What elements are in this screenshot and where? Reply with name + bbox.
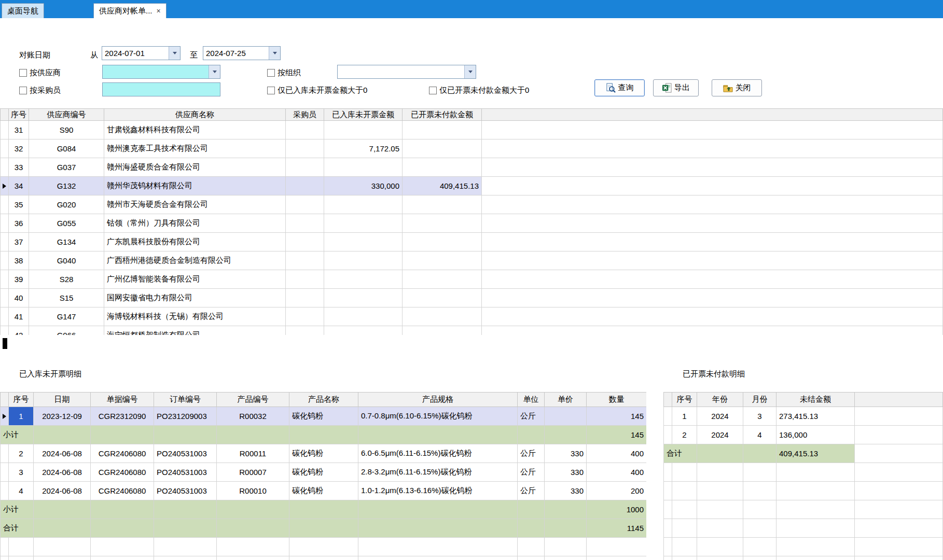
- org-select[interactable]: [337, 65, 476, 79]
- close-button[interactable]: 关闭: [712, 79, 762, 96]
- cell[interactable]: [672, 482, 697, 500]
- cell[interactable]: 2023-12-09: [34, 407, 91, 426]
- cell[interactable]: [776, 482, 855, 500]
- empty-row[interactable]: [664, 519, 943, 538]
- cell[interactable]: 34: [9, 177, 29, 195]
- cell[interactable]: S28: [29, 270, 104, 289]
- cell[interactable]: [324, 121, 403, 139]
- empty-row[interactable]: [664, 482, 943, 500]
- cell[interactable]: 广州亿博智能装备有限公司: [104, 270, 286, 289]
- cell[interactable]: [286, 326, 324, 335]
- row-marker[interactable]: [1, 556, 9, 560]
- cell[interactable]: 4: [9, 482, 34, 500]
- row-marker[interactable]: [1, 289, 9, 307]
- cell[interactable]: 145: [587, 407, 647, 426]
- cell[interactable]: 2024-06-08: [34, 482, 91, 500]
- column-header[interactable]: 未结金额: [776, 393, 855, 407]
- data-row[interactable]: 41G147海博锐材料科技（无锡）有限公司: [1, 307, 943, 326]
- cell[interactable]: [289, 538, 358, 556]
- cell[interactable]: [587, 556, 647, 560]
- data-row[interactable]: 32024-06-08CGR2406080PO240531003R00007碳化…: [1, 463, 647, 482]
- cell[interactable]: G132: [29, 177, 104, 195]
- cell[interactable]: [403, 214, 482, 233]
- cell[interactable]: [286, 177, 324, 195]
- cell[interactable]: 2024: [697, 407, 743, 426]
- column-header[interactable]: 产品名称: [289, 393, 358, 407]
- cell[interactable]: [672, 500, 697, 519]
- cell[interactable]: [403, 233, 482, 251]
- column-header[interactable]: 订单编号: [154, 393, 217, 407]
- checkbox-box[interactable]: [429, 87, 437, 94]
- row-marker[interactable]: [664, 556, 672, 560]
- cell[interactable]: [776, 519, 855, 538]
- cell[interactable]: G134: [29, 233, 104, 251]
- query-button[interactable]: 查询: [594, 79, 645, 96]
- cell[interactable]: [403, 158, 482, 177]
- cell[interactable]: 330: [545, 444, 587, 463]
- cell[interactable]: [286, 289, 324, 307]
- cell[interactable]: [286, 214, 324, 233]
- empty-row[interactable]: [1, 538, 647, 556]
- cell[interactable]: 2.8-3.2μm(6.11-6.15%)碳化钨粉: [358, 463, 518, 482]
- cell[interactable]: [776, 538, 855, 556]
- cell[interactable]: [672, 519, 697, 538]
- cell[interactable]: 38: [9, 251, 29, 270]
- cell[interactable]: G037: [29, 158, 104, 177]
- cell[interactable]: 330: [545, 482, 587, 500]
- cell[interactable]: 3: [743, 407, 776, 426]
- by-org-checkbox[interactable]: 按组织: [267, 68, 301, 77]
- cell[interactable]: G040: [29, 251, 104, 270]
- column-header[interactable]: 序号: [9, 393, 34, 407]
- cell[interactable]: R00032: [217, 407, 289, 426]
- row-marker[interactable]: [1, 326, 9, 335]
- cell[interactable]: PO240531003: [154, 444, 217, 463]
- cell[interactable]: [217, 556, 289, 560]
- only-received-not-invoiced-checkbox[interactable]: 仅已入库未开票金额大于0: [267, 86, 367, 95]
- data-row[interactable]: 34G132赣州华茂钨材料有限公司330,000409,415.13: [1, 177, 943, 195]
- row-marker[interactable]: [1, 482, 9, 500]
- cell[interactable]: 广东凯晨科技股份有限公司: [104, 233, 286, 251]
- cell[interactable]: [403, 251, 482, 270]
- empty-row[interactable]: [664, 463, 943, 482]
- cell[interactable]: [403, 289, 482, 307]
- total-row[interactable]: 合计409,415.13: [664, 444, 943, 463]
- data-row[interactable]: 32G084赣州澳克泰工具技术有限公司7,172.05: [1, 139, 943, 158]
- cell[interactable]: G020: [29, 195, 104, 214]
- from-date-dropdown-button[interactable]: [169, 47, 180, 60]
- column-header[interactable]: 已入库未开票金额: [324, 109, 403, 121]
- cell[interactable]: 40: [9, 289, 29, 307]
- export-button[interactable]: 导出: [653, 79, 699, 96]
- cell[interactable]: 国网安徽省电力有限公司: [104, 289, 286, 307]
- cell[interactable]: [672, 556, 697, 560]
- cell[interactable]: [324, 233, 403, 251]
- data-row[interactable]: 38G040广西梧州港德硬质合金制造有限公司: [1, 251, 943, 270]
- cell[interactable]: 200: [587, 482, 647, 500]
- cell[interactable]: 公斤: [518, 482, 545, 500]
- row-marker[interactable]: [1, 270, 9, 289]
- column-header[interactable]: 单价: [545, 393, 587, 407]
- cell[interactable]: [286, 195, 324, 214]
- from-date-select[interactable]: 2024-07-01: [102, 46, 181, 60]
- by-supplier-checkbox[interactable]: 按供应商: [19, 68, 61, 77]
- column-header[interactable]: 序号: [672, 393, 697, 407]
- cell[interactable]: [697, 482, 743, 500]
- cell[interactable]: 碳化钨粉: [289, 407, 358, 426]
- subtotal-row[interactable]: 小计145: [1, 426, 647, 444]
- cell[interactable]: 330,000: [324, 177, 403, 195]
- cell[interactable]: [743, 500, 776, 519]
- cell[interactable]: [324, 214, 403, 233]
- cell[interactable]: [324, 307, 403, 326]
- cell[interactable]: [358, 556, 518, 560]
- cell[interactable]: [518, 538, 545, 556]
- cell[interactable]: 赣州市天海硬质合金有限公司: [104, 195, 286, 214]
- checkbox-box[interactable]: [267, 69, 275, 77]
- subtotal-row[interactable]: 小计1000: [1, 500, 647, 519]
- cell[interactable]: [286, 121, 324, 139]
- cell[interactable]: [34, 538, 91, 556]
- cell[interactable]: 2024-06-08: [34, 444, 91, 463]
- cell[interactable]: 公斤: [518, 444, 545, 463]
- data-row[interactable]: 120243273,415.13: [664, 407, 943, 426]
- data-row[interactable]: 220244136,000: [664, 426, 943, 444]
- cell[interactable]: 2: [9, 444, 34, 463]
- cell[interactable]: [776, 556, 855, 560]
